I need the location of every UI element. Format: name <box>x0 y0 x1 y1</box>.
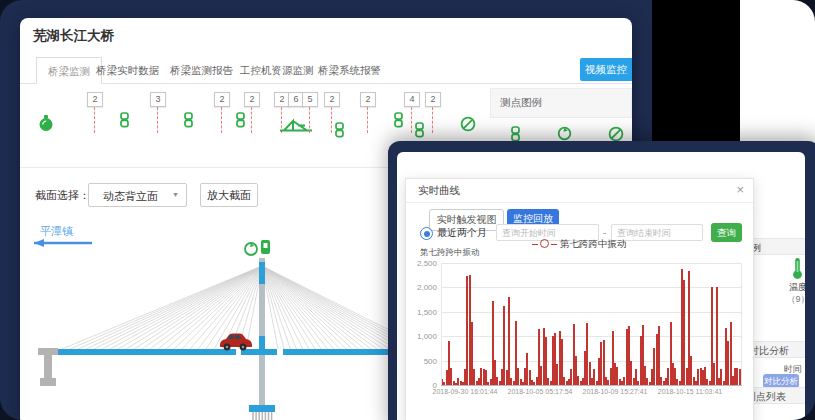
dash-sensor-icon[interactable] <box>334 122 345 142</box>
chain-icon <box>235 112 246 128</box>
dialog-header: 实时曲线 × <box>406 179 753 203</box>
chain-icon <box>510 126 521 142</box>
alarm-dash-line <box>94 107 95 133</box>
vibration-bar <box>508 297 510 385</box>
y-tick-label: 500 <box>407 357 437 366</box>
plot-border <box>741 263 742 385</box>
main-tabbar: 桥梁监测 桥梁实时数据 桥梁监测报告 工控机资源监测 桥梁系统报警 <box>20 57 632 84</box>
section-select-value: 动态背立面 <box>103 189 158 204</box>
sensor-count-badge: 2 <box>244 92 260 107</box>
chevron-down-icon: ▼ <box>172 191 179 198</box>
tower-cycle-icon[interactable] <box>245 243 257 255</box>
gauge-icon <box>38 114 54 132</box>
ban-icon <box>460 116 476 132</box>
ban-sensor-icon[interactable] <box>460 116 476 136</box>
car <box>220 334 252 351</box>
sensor-count-badge: 4 <box>404 92 420 107</box>
sensor-count-badge: 2 <box>360 92 376 107</box>
alarm-dash-line <box>411 107 412 133</box>
x-axis-line <box>441 385 742 386</box>
gauge-sensor-icon[interactable] <box>38 114 54 136</box>
vibration-chart: 05001,0001,5002,0002,500 <box>441 263 741 385</box>
tower-pier <box>259 355 265 406</box>
x-tick-label: 2018-10-15 11:03:41 <box>658 388 722 395</box>
x-tick-label: 2018-10-05 05:17:54 <box>508 388 573 395</box>
alarm-dash-line <box>331 107 332 133</box>
dialog-window-frame: 图例 温度 （9） 对比分析 时间 对比分析 测点列表 实时曲线 × <box>388 141 815 420</box>
x-tick-label: 2018-10-09 15:27:41 <box>583 388 648 395</box>
section-select-label: 截面选择： <box>35 188 90 203</box>
chain-icon <box>119 112 130 128</box>
chain-icon <box>414 122 425 138</box>
chain-sensor-icon[interactable] <box>235 112 246 132</box>
tab-ipc-resource[interactable]: 工控机资源监测 <box>240 57 314 82</box>
y-tick-label: 2,000 <box>407 283 437 292</box>
gridline <box>441 312 741 313</box>
y-tick-label: 1,500 <box>407 308 437 317</box>
realtime-curve-dialog: 实时曲线 × 实时触发视图 监控回放 最近两个月 - 查询 第七跨跨中振动 第七… <box>405 178 754 420</box>
tab-system-alarm[interactable]: 桥梁系统报警 <box>318 57 381 82</box>
y-tick-label: 2,500 <box>407 259 437 268</box>
black-backdrop <box>652 0 740 143</box>
enlarge-section-button[interactable]: 放大截面 <box>200 183 258 207</box>
alarm-dash-line <box>251 107 252 133</box>
y-axis-name: 第七跨跨中振动 <box>420 247 480 259</box>
chain-sensor-icon[interactable] <box>393 112 404 132</box>
sensor-count-badge: 2 <box>87 92 103 107</box>
gridline <box>441 361 741 362</box>
y-tick-label: 1,000 <box>407 332 437 341</box>
background-window <box>740 0 815 143</box>
chain-icon <box>393 112 404 128</box>
close-icon[interactable]: × <box>736 182 744 197</box>
desktop: 芜湖长江大桥 桥梁监测 桥梁实时数据 桥梁监测报告 工控机资源监测 桥梁系统报警… <box>0 0 815 420</box>
pier-piles <box>253 412 272 420</box>
sensor-count-badge: 3 <box>150 92 166 107</box>
chain-icon <box>334 122 345 138</box>
gridline <box>441 336 741 337</box>
video-monitor-button[interactable]: 视频监控 <box>580 58 632 81</box>
temperature-count: （9） <box>781 293 805 306</box>
gridline <box>441 287 741 288</box>
alarm-dash-line <box>221 107 222 133</box>
point-legend-panel: 测点图例 <box>490 88 632 118</box>
tower-device-icon[interactable] <box>261 240 270 254</box>
bridge-icon <box>279 116 313 134</box>
alarm-dash-line <box>432 107 433 133</box>
alarm-dash-line <box>309 107 310 133</box>
sensor-count-badge: 2 <box>425 92 441 107</box>
page-title: 芜湖长江大桥 <box>33 27 114 45</box>
dialog-window-page: 图例 温度 （9） 对比分析 时间 对比分析 测点列表 实时曲线 × <box>397 152 805 420</box>
sensor-count-badge: 2 <box>324 92 340 107</box>
thermometer-icon[interactable] <box>790 257 805 280</box>
bridge-deck <box>58 349 438 355</box>
date-range-separator: - <box>603 227 606 238</box>
legend-marker-icon <box>540 239 549 248</box>
chain-sensor-icon[interactable] <box>183 112 194 132</box>
gridline <box>441 263 741 264</box>
tab-bridge-monitor[interactable]: 桥梁监测 <box>36 57 102 84</box>
point-legend-title: 测点图例 <box>500 96 542 110</box>
dialog-title: 实时曲线 <box>418 184 460 198</box>
sensor-count-badge: 5 <box>302 92 318 107</box>
bridge-cables <box>62 266 427 349</box>
dash-sensor-icon[interactable] <box>414 122 425 142</box>
plot-border <box>441 263 442 385</box>
x-tick-label: 2018-09-30 16:01:44 <box>433 388 498 395</box>
chain-sensor-icon[interactable] <box>119 112 130 132</box>
tab-realtime-data[interactable]: 桥梁实时数据 <box>96 57 159 82</box>
section-select-dropdown[interactable]: 动态背立面 ▼ <box>88 183 187 207</box>
cycle-icon <box>557 126 572 141</box>
left-abutment <box>38 348 58 386</box>
alarm-dash-line <box>367 107 368 133</box>
compare-analysis-button[interactable]: 对比分析 <box>763 374 799 388</box>
vibration-bar <box>716 287 718 385</box>
tab-monitor-report[interactable]: 桥梁监测报告 <box>170 57 233 82</box>
chain-icon <box>183 112 194 128</box>
ban-icon <box>608 126 624 142</box>
direction-arrow <box>34 239 92 247</box>
sensor-count-badge: 2 <box>214 92 230 107</box>
bridge-sensor-icon[interactable] <box>279 116 313 138</box>
alarm-dash-line <box>157 107 158 133</box>
